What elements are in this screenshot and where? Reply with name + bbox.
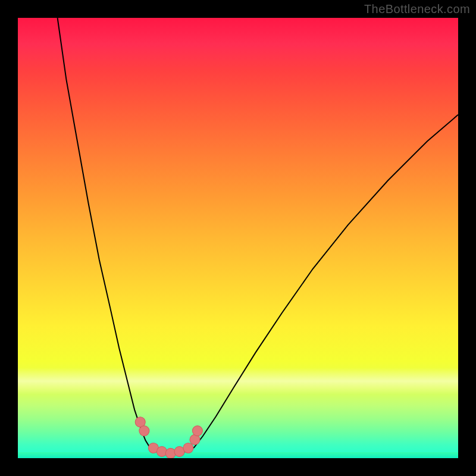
curve-marker <box>192 426 202 436</box>
curve-layer <box>18 18 458 458</box>
curve-marker <box>156 446 167 456</box>
curve-marker <box>165 448 176 458</box>
curve-marker <box>139 426 149 436</box>
watermark-text: TheBottleneck.com <box>364 2 470 16</box>
bottleneck-curve <box>58 18 458 454</box>
plot-area <box>18 18 458 458</box>
curve-marker <box>183 443 193 453</box>
chart-frame: TheBottleneck.com <box>0 0 476 476</box>
